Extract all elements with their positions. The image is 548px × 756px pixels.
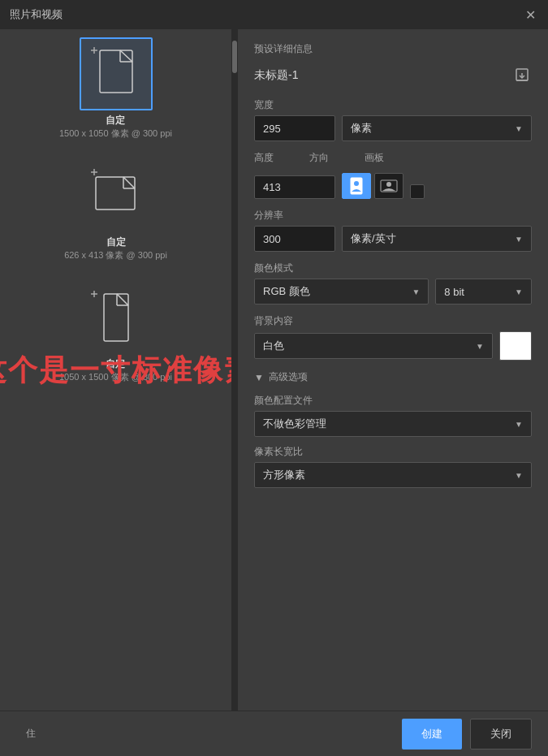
action-buttons: 创建 关闭	[402, 719, 532, 750]
resolution-unit-selected: 像素/英寸	[351, 231, 396, 246]
direction-label: 方向	[309, 151, 329, 165]
pixel-aspect-dropdown[interactable]: 方形像素 ▼	[254, 462, 532, 488]
color-depth-dropdown[interactable]: 8 bit ▼	[435, 279, 532, 305]
close-dialog-button[interactable]: ✕	[522, 6, 538, 23]
background-dropdown[interactable]: 白色 ▼	[254, 333, 493, 359]
color-mode-selected: RGB 颜色	[263, 284, 310, 299]
scroll-indicator	[231, 29, 238, 711]
res-row: 像素/英寸 ▼	[254, 226, 532, 252]
left-panel-inner: 自定 1500 x 1050 像素 @ 300 ppi	[0, 29, 231, 711]
close-button[interactable]: 关闭	[470, 719, 532, 750]
background-selected: 白色	[263, 339, 284, 353]
color-profile-selected: 不做色彩管理	[263, 417, 326, 431]
height-label: 高度	[254, 151, 274, 165]
canvas-checkbox[interactable]	[410, 184, 425, 199]
preset-item-3[interactable]: 自定 1050 x 1500 像素 @ 300 ppi	[8, 281, 223, 383]
dialog-title: 照片和视频	[10, 7, 63, 22]
background-arrow: ▼	[476, 342, 484, 351]
height-input[interactable]	[254, 175, 335, 199]
color-profile-dropdown[interactable]: 不做色彩管理 ▼	[254, 411, 532, 437]
landscape-button[interactable]	[374, 173, 403, 199]
preset-icon-wrap-1	[80, 37, 153, 110]
svg-point-22	[354, 181, 359, 186]
section-title: 预设详细信息	[254, 42, 532, 56]
preset-display-name: 未标题-1	[254, 68, 298, 83]
orientation-btns	[342, 173, 403, 199]
bottom-bar: 住 创建 关闭	[0, 711, 548, 756]
create-button[interactable]: 创建	[402, 719, 462, 750]
dialog-body: 自定 1500 x 1050 像素 @ 300 ppi	[0, 29, 548, 711]
pixel-aspect-section: 像素长宽比 方形像素 ▼	[254, 445, 532, 488]
unit-selected: 像素	[351, 121, 372, 136]
dialog-overlay: 照片和视频 ✕	[0, 0, 548, 756]
resolution-label: 分辨率	[254, 209, 532, 222]
hwp-labels: 高度 方向 画板	[254, 151, 532, 165]
color-mode-row: RGB 颜色 ▼ 8 bit ▼	[254, 279, 532, 305]
color-mode-arrow: ▼	[412, 287, 420, 296]
resolution-unit-arrow: ▼	[515, 235, 523, 244]
width-label: 宽度	[254, 98, 532, 112]
advanced-toggle-label: 高级选项	[269, 370, 308, 384]
background-color-swatch[interactable]	[499, 331, 532, 361]
advanced-toggle-arrow: ▼	[254, 372, 264, 383]
background-label: 背景内容	[254, 314, 532, 328]
preset-label-3: 自定 1050 x 1500 像素 @ 300 ppi	[59, 357, 172, 383]
background-section: 背景内容 白色 ▼	[254, 314, 532, 361]
preset-icon-wrap-3	[80, 281, 153, 354]
resolution-input[interactable]	[254, 226, 335, 252]
color-profile-arrow: ▼	[515, 420, 523, 429]
color-depth-selected: 8 bit	[444, 286, 464, 298]
width-section: 宽度 像素 ▼	[254, 98, 532, 141]
preset-name-row: 未标题-1	[254, 66, 532, 85]
hwp-section: 高度 方向 画板	[254, 151, 532, 199]
hwp-row	[254, 168, 532, 199]
color-mode-dropdown[interactable]: RGB 颜色 ▼	[254, 279, 429, 305]
advanced-toggle[interactable]: ▼ 高级选项	[254, 370, 532, 384]
color-depth-arrow: ▼	[515, 287, 523, 296]
svg-line-9	[123, 177, 135, 188]
remember-button[interactable]: 住	[16, 720, 45, 747]
advanced-content: 颜色配置文件 不做色彩管理 ▼ 像素长宽比 方形像素 ▼	[254, 394, 532, 488]
preset-item-1[interactable]: 自定 1500 x 1050 像素 @ 300 ppi	[8, 37, 223, 140]
unit-dropdown[interactable]: 像素 ▼	[342, 115, 532, 141]
color-profile-section: 颜色配置文件 不做色彩管理 ▼	[254, 394, 532, 437]
resolution-section: 分辨率 像素/英寸 ▼	[254, 209, 532, 252]
color-mode-label: 颜色模式	[254, 261, 532, 275]
color-profile-label: 颜色配置文件	[254, 394, 532, 408]
canvas-label: 画板	[365, 151, 384, 165]
save-preset-button[interactable]	[512, 66, 532, 85]
pixel-aspect-selected: 方形像素	[263, 468, 305, 482]
bg-row: 白色 ▼	[254, 331, 532, 361]
dialog-titlebar: 照片和视频 ✕	[0, 0, 548, 29]
preset-label-1: 自定 1500 x 1050 像素 @ 300 ppi	[59, 114, 172, 140]
preset-icon-wrap-2	[80, 159, 153, 232]
portrait-button[interactable]	[342, 173, 371, 199]
resolution-unit-dropdown[interactable]: 像素/英寸 ▼	[342, 226, 532, 252]
width-row: 像素 ▼	[254, 115, 532, 141]
svg-line-3	[120, 50, 132, 62]
unit-dropdown-arrow: ▼	[515, 124, 523, 133]
preset-item-2[interactable]: 自定 626 x 413 像素 @ 300 ppi	[8, 159, 223, 261]
right-panel: 预设详细信息 未标题-1 宽度	[238, 29, 548, 711]
pixel-aspect-arrow: ▼	[515, 471, 523, 480]
width-input[interactable]	[254, 115, 335, 141]
preset-label-2: 自定 626 x 413 像素 @ 300 ppi	[64, 235, 167, 261]
svg-point-24	[386, 182, 391, 187]
scroll-thumb[interactable]	[232, 41, 237, 73]
color-mode-section: 颜色模式 RGB 颜色 ▼ 8 bit ▼	[254, 261, 532, 305]
svg-line-15	[117, 294, 128, 305]
pixel-aspect-label: 像素长宽比	[254, 445, 532, 459]
left-panel: 自定 1500 x 1050 像素 @ 300 ppi	[0, 29, 231, 711]
